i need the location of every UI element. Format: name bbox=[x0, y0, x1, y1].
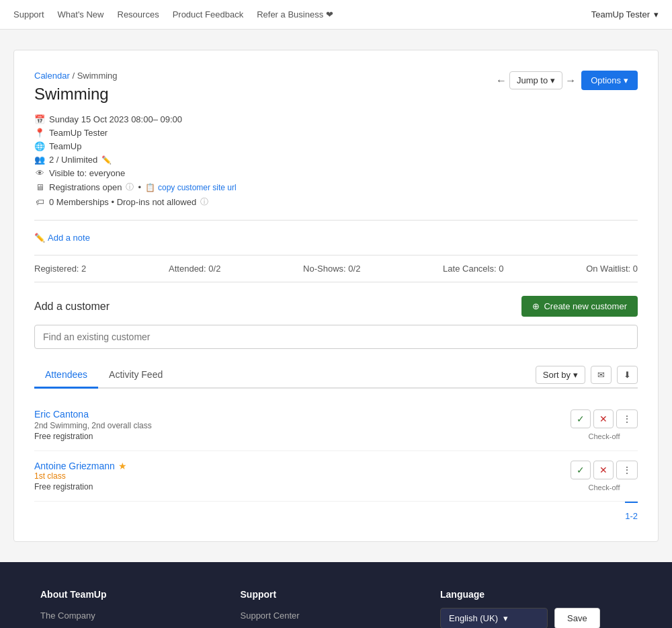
jump-to-button[interactable]: Jump to ▾ bbox=[509, 71, 562, 89]
info-icon: ⓘ bbox=[126, 182, 134, 193]
add-note-link[interactable]: ✏️ Add a note bbox=[34, 233, 90, 243]
nav-whats-new[interactable]: What's New bbox=[58, 9, 104, 19]
stat-no-shows: No-Shows: 0/2 bbox=[303, 264, 360, 274]
more-button-1[interactable]: ⋮ bbox=[616, 409, 638, 428]
info-icon-2: ⓘ bbox=[200, 196, 208, 208]
create-customer-button[interactable]: ⊕ Create new customer bbox=[521, 296, 638, 317]
check-off-label-1: Check-off bbox=[589, 432, 620, 440]
event-capacity-row: 👥 2 / Unlimited ✏️ bbox=[34, 155, 638, 165]
language-save-button[interactable]: Save bbox=[554, 608, 600, 628]
add-customer-section: Add a customer ⊕ Create new customer bbox=[34, 296, 638, 349]
attendee-name-2[interactable]: Antoine Griezmann bbox=[34, 461, 115, 471]
chevron-down-icon: ▾ bbox=[550, 75, 555, 85]
copy-url-label: copy customer site url bbox=[158, 183, 237, 192]
nav-resources[interactable]: Resources bbox=[118, 9, 159, 19]
event-header-left: Calendar / Swimming Swimming bbox=[34, 71, 118, 112]
event-registrations: Registrations open bbox=[49, 182, 122, 192]
footer-support: Support Support Center Contact Status Te… bbox=[241, 589, 401, 628]
sort-by-label: Sort by bbox=[543, 370, 571, 380]
globe-icon: 🌐 bbox=[34, 141, 45, 151]
create-customer-label: Create new customer bbox=[544, 301, 627, 311]
user-name: TeamUp Tester bbox=[591, 9, 650, 19]
prev-arrow[interactable]: ← bbox=[496, 75, 507, 87]
bullet-separator: • bbox=[138, 182, 141, 192]
event-memberships: 0 Memberships • Drop-ins not allowed bbox=[49, 197, 196, 207]
copy-url-link[interactable]: 📋 copy customer site url bbox=[145, 183, 237, 192]
customer-search-input[interactable] bbox=[34, 325, 638, 349]
attendee-info-1: Eric Cantona 2nd Swimming, 2nd overall c… bbox=[34, 409, 152, 441]
event-team-row: 🌐 TeamUp bbox=[34, 141, 638, 151]
footer: About TeamUp The Company Twitter Faceboo… bbox=[0, 562, 672, 628]
attendee-reg-1: Free registration bbox=[34, 432, 152, 441]
location-icon: 📍 bbox=[34, 128, 45, 138]
event-visibility: Visible to: everyone bbox=[49, 168, 125, 178]
chevron-down-icon: ▾ bbox=[573, 370, 578, 380]
options-button[interactable]: Options ▾ bbox=[581, 71, 638, 90]
footer-the-company[interactable]: The Company bbox=[40, 611, 200, 621]
tab-attendees[interactable]: Attendees bbox=[34, 362, 98, 389]
footer-about: About TeamUp The Company Twitter Faceboo… bbox=[40, 589, 200, 628]
tabs-right: Sort by ▾ ✉ ⬇ bbox=[536, 366, 638, 384]
people-icon: 👥 bbox=[34, 155, 45, 165]
pagination-container: 1-2 bbox=[34, 502, 638, 521]
stat-late-cancels: Late Cancels: 0 bbox=[443, 264, 503, 274]
event-header-row: Calendar / Swimming Swimming ← Jump to ▾… bbox=[34, 71, 638, 112]
email-button[interactable]: ✉ bbox=[591, 366, 612, 384]
x-button-2[interactable]: ✕ bbox=[593, 461, 614, 479]
attendees-list: Eric Cantona 2nd Swimming, 2nd overall c… bbox=[34, 399, 638, 502]
main-content: Calendar / Swimming Swimming ← Jump to ▾… bbox=[13, 50, 659, 542]
event-organizer: TeamUp Tester bbox=[49, 128, 108, 138]
star-icon: ★ bbox=[118, 461, 127, 471]
first-class-label: 1st class bbox=[34, 471, 127, 481]
jump-to-label: Jump to bbox=[517, 75, 548, 85]
download-button[interactable]: ⬇ bbox=[617, 366, 638, 384]
event-team: TeamUp bbox=[49, 141, 81, 151]
footer-language-title: Language bbox=[440, 589, 632, 600]
attendee-reg-2: Free registration bbox=[34, 482, 127, 492]
language-option: English (UK) bbox=[449, 613, 498, 623]
tab-activity-feed[interactable]: Activity Feed bbox=[98, 362, 173, 389]
attendee-sub-1: 2nd Swimming, 2nd overall class bbox=[34, 421, 152, 430]
attendee-info-2: Antoine Griezmann ★ 1st class Free regis… bbox=[34, 461, 127, 492]
check-button-2[interactable]: ✓ bbox=[571, 461, 591, 479]
copy-icon: 📋 bbox=[145, 183, 155, 192]
header-right: ← Jump to ▾ → Options ▾ bbox=[496, 71, 638, 90]
user-menu[interactable]: TeamUp Tester ▾ bbox=[591, 9, 659, 19]
edit-capacity-icon[interactable]: ✏️ bbox=[101, 155, 112, 165]
nav-refer[interactable]: Refer a Business ❤ bbox=[257, 9, 333, 19]
footer-support-center[interactable]: Support Center bbox=[241, 611, 401, 621]
options-label: Options bbox=[591, 75, 621, 85]
event-title: Swimming bbox=[34, 85, 118, 104]
download-icon: ⬇ bbox=[624, 370, 631, 380]
event-date: Sunday 15 Oct 2023 08:00– 09:00 bbox=[49, 114, 182, 124]
event-registrations-row: 🖥 Registrations open ⓘ • 📋 copy customer… bbox=[34, 182, 638, 193]
stat-registered: Registered: 2 bbox=[34, 264, 86, 274]
breadcrumb: Calendar / Swimming bbox=[34, 71, 118, 81]
attendee-name-1[interactable]: Eric Cantona bbox=[34, 409, 89, 420]
language-row: English (UK) ▾ Save bbox=[440, 608, 632, 628]
event-visibility-row: 👁 Visible to: everyone bbox=[34, 168, 638, 178]
check-button-1[interactable]: ✓ bbox=[571, 409, 591, 428]
chevron-down-icon: ▾ bbox=[624, 75, 628, 85]
monitor-icon: 🖥 bbox=[34, 182, 45, 192]
action-buttons-1: ✓ ✕ ⋮ bbox=[571, 409, 638, 428]
nav-support[interactable]: Support bbox=[13, 9, 44, 19]
event-date-row: 📅 Sunday 15 Oct 2023 08:00– 09:00 bbox=[34, 114, 638, 124]
stats-row: Registered: 2 Attended: 0/2 No-Shows: 0/… bbox=[34, 255, 638, 282]
footer-support-title: Support bbox=[241, 589, 401, 600]
x-button-1[interactable]: ✕ bbox=[593, 409, 614, 428]
add-customer-header: Add a customer ⊕ Create new customer bbox=[34, 296, 638, 317]
event-memberships-row: 🏷 0 Memberships • Drop-ins not allowed ⓘ bbox=[34, 196, 638, 208]
tabs-row: Attendees Activity Feed Sort by ▾ ✉ ⬇ bbox=[34, 362, 638, 389]
pencil-icon: ✏️ bbox=[34, 233, 45, 243]
breadcrumb-parent[interactable]: Calendar bbox=[34, 71, 70, 81]
next-arrow[interactable]: → bbox=[565, 75, 576, 87]
footer-about-title: About TeamUp bbox=[40, 589, 200, 600]
event-organizer-row: 📍 TeamUp Tester bbox=[34, 128, 638, 138]
more-button-2[interactable]: ⋮ bbox=[616, 461, 638, 479]
language-selector[interactable]: English (UK) ▾ bbox=[440, 608, 548, 628]
sort-by-button[interactable]: Sort by ▾ bbox=[536, 366, 585, 384]
nav-links: Support What's New Resources Product Fee… bbox=[13, 9, 333, 19]
table-row: Antoine Griezmann ★ 1st class Free regis… bbox=[34, 451, 638, 502]
nav-product-feedback[interactable]: Product Feedback bbox=[173, 9, 244, 19]
